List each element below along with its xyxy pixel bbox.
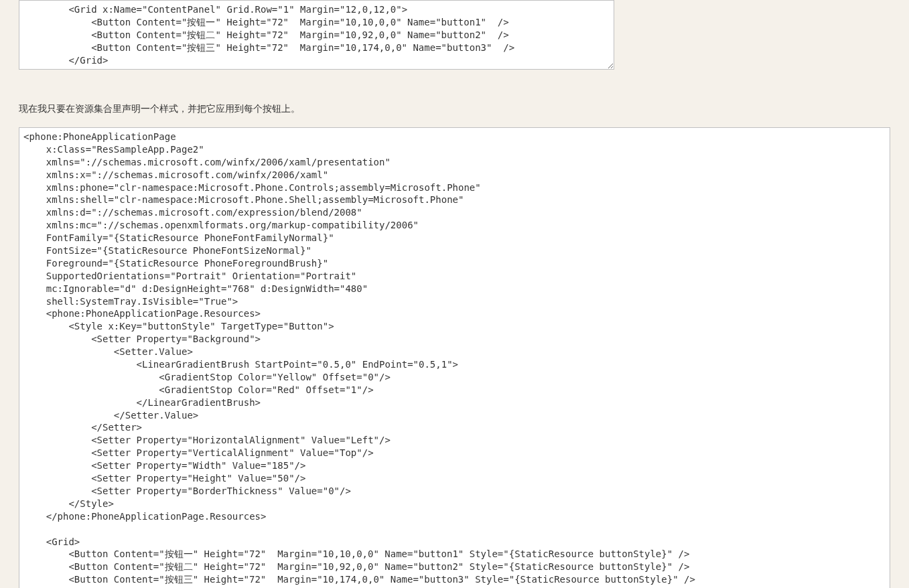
description-paragraph: 现在我只要在资源集合里声明一个样式，并把它应用到每个按钮上。 (19, 103, 890, 115)
code-block-1[interactable]: <Grid x:Name="ContentPanel" Grid.Row="1"… (19, 0, 614, 70)
page-content: <Grid x:Name="ContentPanel" Grid.Row="1"… (0, 0, 909, 588)
code-block-2[interactable]: <phone:PhoneApplicationPage x:Class="Res… (19, 127, 890, 588)
